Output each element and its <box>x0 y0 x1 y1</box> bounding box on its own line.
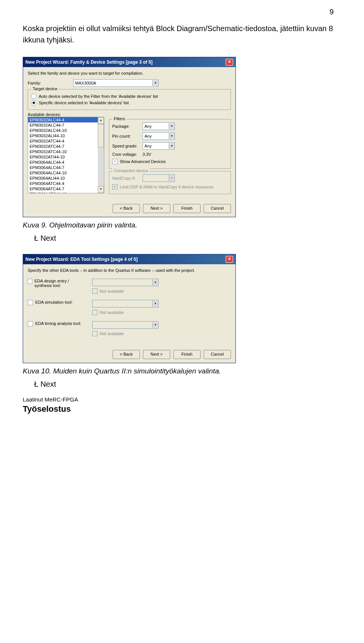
list-item[interactable]: EPM3064ATC44-4 <box>28 181 104 186</box>
speed-value: Any <box>143 144 169 148</box>
list-item[interactable]: EPM3032ALI44-10 <box>28 133 104 138</box>
chevron-down-icon: ▾ <box>169 175 174 181</box>
radio-auto-label: Auto device selected by the Fitter from … <box>39 94 158 99</box>
list-item[interactable]: EPM3032ALC44-4 <box>28 117 104 122</box>
bullet-next-2: Ł Next <box>34 380 341 389</box>
eda-design-label: EDA design entry / synthesis tool: <box>35 279 85 288</box>
scroll-thumb[interactable] <box>98 124 104 147</box>
list-item[interactable]: EPM3064ALC44-7 <box>28 165 104 170</box>
family-label: Family: <box>28 81 73 85</box>
caption-kuva9: Kuva 9. Ohjelmoitavan piirin valinta. <box>23 221 341 229</box>
eda-design-combo: ▾ <box>92 279 158 286</box>
list-item[interactable]: EPM3032ALC44-7 <box>28 122 104 128</box>
chevron-down-icon[interactable]: ▾ <box>152 80 158 86</box>
target-device-group: Target device Auto device selected by th… <box>28 89 231 110</box>
scrollbar[interactable]: ▴ ▾ <box>98 117 104 193</box>
notavail-label: Not available <box>100 331 124 336</box>
hardcopy-label: HardCopy II: <box>112 176 143 180</box>
companion-group: Companion device HardCopy II: ▾ Limit DS… <box>109 171 231 194</box>
filters-title: Filters <box>112 116 127 121</box>
dialog1-titlebar[interactable]: New Project Wizard: Family & Device Sett… <box>23 57 235 67</box>
radio-auto[interactable] <box>31 94 36 99</box>
chevron-down-icon[interactable]: ▾ <box>169 123 174 129</box>
list-item[interactable]: EPM3032ALC44-10 <box>28 128 104 133</box>
footer-title: Työselostus <box>23 404 341 414</box>
chevron-down-icon: ▾ <box>152 279 158 285</box>
radio-specific-label: Specific device selected in 'Available d… <box>39 100 129 105</box>
notavail-label: Not available <box>100 310 124 315</box>
wizard-dialog-eda-tools: New Project Wizard: EDA Tool Settings [p… <box>23 254 236 363</box>
cancel-button[interactable]: Cancel <box>204 204 231 213</box>
list-item[interactable]: EPM3032ATI44-10 <box>28 154 104 160</box>
family-value: MAX3000A <box>74 81 152 85</box>
eda-timing-combo: ▾ <box>92 321 158 329</box>
scroll-down-icon[interactable]: ▾ <box>98 186 104 193</box>
pincount-combo[interactable]: Any ▾ <box>143 132 175 140</box>
eda-timing-label: EDA timing analysis tool: <box>35 321 81 326</box>
eda-sim-checkbox[interactable] <box>28 300 33 305</box>
dialog1-instruction: Select the family and device you want to… <box>28 71 231 75</box>
next-button[interactable]: Next > <box>143 350 170 359</box>
list-item[interactable]: EPM3064ALC44-4 <box>28 160 104 165</box>
limit-dsp-label: Limit DSP & RAM to HardCopy II device re… <box>120 185 213 189</box>
dialog1-title: New Project Wizard: Family & Device Sett… <box>25 60 152 65</box>
show-advanced-checkbox[interactable] <box>112 159 118 164</box>
corev-value: 3.3V <box>143 152 151 157</box>
pincount-value: Any <box>143 134 169 138</box>
notavail-checkbox <box>92 331 97 336</box>
list-item[interactable]: EPM3064ATC44-10 <box>28 191 104 193</box>
notavail-checkbox <box>92 289 97 294</box>
hardcopy-combo: ▾ <box>143 174 175 182</box>
speed-label: Speed grade: <box>112 144 143 148</box>
chevron-down-icon: ▾ <box>152 322 158 328</box>
eda-design-checkbox[interactable] <box>28 279 32 284</box>
list-item[interactable]: EPM3064ATC44-7 <box>28 186 104 191</box>
chevron-down-icon[interactable]: ▾ <box>169 133 174 139</box>
back-button[interactable]: < Back <box>113 350 140 359</box>
finish-button[interactable]: Finish <box>173 350 201 359</box>
limit-dsp-checkbox <box>112 184 118 190</box>
next-button[interactable]: Next > <box>143 204 170 213</box>
companion-title: Companion device <box>112 168 150 173</box>
cancel-button[interactable]: Cancel <box>204 350 231 359</box>
package-label: Package: <box>112 124 143 129</box>
list-item[interactable]: EPM3064ALC44-10 <box>28 170 104 176</box>
eda-timing-checkbox[interactable] <box>28 321 33 326</box>
available-devices-list[interactable]: EPM3032ALC44-4EPM3032ALC44-7EPM3032ALC44… <box>28 117 104 193</box>
pincount-label: Pin count: <box>112 134 143 138</box>
bullet-next-1: Ł Next <box>34 234 341 243</box>
corev-label: Core voltage: <box>112 152 143 157</box>
package-combo[interactable]: Any ▾ <box>143 122 175 130</box>
package-value: Any <box>143 124 169 129</box>
chevron-down-icon: ▾ <box>152 301 158 307</box>
chevron-down-icon[interactable]: ▾ <box>169 143 174 149</box>
list-item[interactable]: EPM3064ALI44-10 <box>28 176 104 181</box>
notavail-checkbox <box>92 310 97 315</box>
filters-group: Filters Package: Any ▾ Pin count: Any <box>109 119 231 169</box>
dialog2-instruction: Specify the other EDA tools -- in additi… <box>28 268 231 273</box>
eda-sim-label: EDA simulation tool: <box>35 300 72 304</box>
target-device-title: Target device <box>31 86 59 91</box>
caption-kuva10: Kuva 10. Muiden kuin Quartus II:n simulo… <box>23 367 341 375</box>
family-combo[interactable]: MAX3000A ▾ <box>73 79 158 87</box>
available-devices-label: Available devices: <box>28 112 231 117</box>
scroll-up-icon[interactable]: ▴ <box>98 117 104 124</box>
show-advanced-label: Show Advanced Devices <box>120 159 166 164</box>
dialog2-title: New Project Wizard: EDA Tool Settings [p… <box>25 257 138 262</box>
finish-button[interactable]: Finish <box>173 204 201 213</box>
paragraph-1: Koska projektiin ei ollut valmiiksi teht… <box>23 23 341 45</box>
notavail-label: Not available <box>100 289 124 293</box>
list-item[interactable]: EPM3032ATC44-10 <box>28 149 104 154</box>
dialog2-titlebar[interactable]: New Project Wizard: EDA Tool Settings [p… <box>23 254 235 264</box>
page-number: 9 <box>329 8 334 16</box>
eda-sim-combo: ▾ <box>92 300 158 307</box>
list-item[interactable]: EPM3032ATC44-4 <box>28 138 104 144</box>
speed-combo[interactable]: Any ▾ <box>143 142 175 150</box>
list-item[interactable]: EPM3032ATC44-7 <box>28 144 104 149</box>
wizard-dialog-family-device: New Project Wizard: Family & Device Sett… <box>23 57 236 217</box>
close-icon[interactable]: ✕ <box>226 256 233 263</box>
close-icon[interactable]: ✕ <box>226 59 233 66</box>
footer-author: Laatinut MeRC-FPGA <box>23 396 341 403</box>
radio-specific[interactable] <box>31 100 36 105</box>
back-button[interactable]: < Back <box>113 204 140 213</box>
